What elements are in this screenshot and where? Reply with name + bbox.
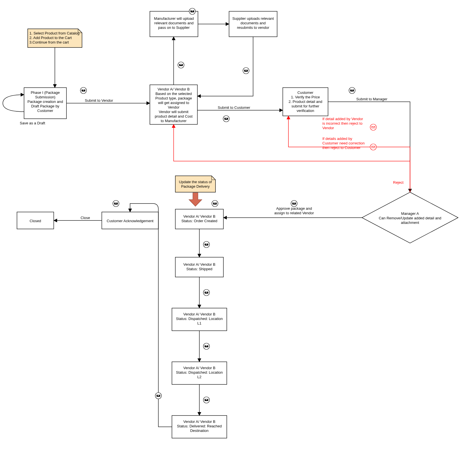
svg-text:relevant documents and: relevant documents and (154, 21, 194, 25)
label-reject-customer-l3: then reject to Customer (322, 146, 361, 150)
svg-text:Based on the selected: Based on the selected (156, 92, 192, 96)
label-submit-manager: Submit to Manager (356, 97, 388, 101)
svg-text:Status: Shipped: Status: Shipped (186, 267, 212, 271)
svg-text:Closed: Closed (30, 219, 41, 223)
node-supplier: Supplier uploads relevant documents and … (229, 11, 277, 37)
svg-text:Submission): Submission) (35, 95, 55, 99)
svg-text:Destination: Destination (190, 429, 208, 433)
label-reject: Reject (393, 180, 404, 185)
svg-text:Vendor: Vendor (168, 105, 180, 109)
svg-text:Vendor A/ Vendor B: Vendor A/ Vendor B (183, 262, 215, 267)
svg-text:Package Delivery: Package Delivery (181, 184, 210, 189)
label-approve-l1: Approve package and (276, 206, 312, 211)
label-reject-vendor-l2: is incorrect then reject to (322, 121, 363, 126)
svg-text:Product type, package: Product type, package (155, 96, 192, 100)
svg-text:will get assigned to: will get assigned to (158, 101, 189, 105)
svg-text:3.Continue from the cart: 3.Continue from the cart (29, 40, 69, 44)
flow-diagram: 1. Select Product from Catalog 2. Add Pr… (0, 0, 468, 476)
svg-text:Can Remove/Update added detail: Can Remove/Update added detail and (379, 216, 441, 220)
node-customer-ack: Customer Acknowledgement (102, 212, 158, 229)
node-manufacturer: Manufacturer will upload relevant docume… (150, 11, 198, 37)
svg-text:verification: verification (297, 109, 314, 113)
svg-text:Vendor A/ Vendor B: Vendor A/ Vendor B (183, 366, 215, 370)
svg-text:Status: Dispatched: Location: Status: Dispatched: Location (176, 370, 223, 375)
svg-text:Vendor A/ Vendor B: Vendor A/ Vendor B (183, 214, 215, 218)
svg-text:Vendor will submit: Vendor will submit (159, 110, 189, 114)
edge-save-draft (3, 95, 24, 112)
label-approve-l2: assign to related Vendor (274, 211, 314, 215)
label-close: Close (81, 216, 90, 220)
svg-text:Status: Delivered: Reached: Status: Delivered: Reached (177, 424, 222, 428)
svg-text:1. Select Product from Catalog: 1. Select Product from Catalog (29, 31, 79, 35)
mail-icon (243, 68, 249, 74)
mail-icon (349, 87, 355, 94)
svg-text:Customer: Customer (297, 90, 314, 95)
edge-reject-customer (288, 116, 410, 192)
node-closed: Closed (17, 212, 54, 229)
svg-text:submit for further: submit for further (292, 104, 320, 108)
svg-text:Phase I (Package: Phase I (Package (31, 90, 60, 95)
note-update-status: Update the status of Package Delivery (175, 176, 215, 192)
mail-icon (80, 87, 87, 94)
edge-supplier-to-vendor (197, 37, 253, 96)
label-reject-customer-l1: If details added by (322, 137, 352, 141)
edge-delivered-to-ack (130, 204, 172, 427)
svg-text:Manufacturer will upload: Manufacturer will upload (154, 16, 194, 21)
mail-icon (291, 200, 297, 207)
svg-text:1. Verify the Price: 1. Verify the Price (291, 95, 320, 99)
svg-text:documents and: documents and (241, 21, 266, 25)
mail-icon (203, 343, 210, 349)
svg-text:Vendor A/ Vendor B: Vendor A/ Vendor B (158, 87, 189, 91)
node-dispatched-l2: Vendor A/ Vendor B Status: Dispatched: L… (172, 362, 227, 384)
node-manager: Manager A Can Remove/Update added detail… (362, 192, 458, 243)
svg-text:attachment: attachment (401, 220, 419, 225)
svg-text:to Manufacturer: to Manufacturer (161, 119, 187, 123)
mail-icon (203, 289, 210, 296)
mail-icon (203, 241, 210, 248)
note-catalog: 1. Select Product from Catalog 2. Add Pr… (28, 29, 82, 47)
svg-text:Customer Acknowledgement: Customer Acknowledgement (107, 219, 154, 223)
svg-text:Update the status of: Update the status of (179, 180, 212, 184)
svg-text:L2: L2 (197, 375, 201, 379)
svg-text:Draft Package by: Draft Package by (31, 104, 59, 108)
svg-text:Manager A: Manager A (401, 211, 419, 216)
mail-icon (155, 393, 161, 399)
svg-text:Customer: Customer (37, 109, 53, 113)
node-delivered: Vendor A/ Vendor B Status: Delivered: Re… (172, 416, 227, 438)
node-dispatched-l1: Vendor A/ Vendor B Status: Dispatched: L… (172, 308, 227, 331)
mail-icon (212, 200, 218, 207)
svg-text:Vendor A/ Vendor B: Vendor A/ Vendor B (183, 419, 215, 424)
svg-text:pass on to Supplier: pass on to Supplier (158, 25, 190, 30)
big-arrow-icon (189, 193, 202, 206)
svg-text:2. Product detail and: 2. Product detail and (288, 99, 322, 104)
svg-text:Supplier uploads relevant: Supplier uploads relevant (232, 16, 274, 21)
svg-text:2. Add Product to the Cart: 2. Add Product to the Cart (29, 36, 72, 40)
svg-text:Vendor A/ Vendor B: Vendor A/ Vendor B (183, 312, 215, 316)
label-reject-vendor-l3: Vendor (322, 126, 334, 130)
label-reject-vendor-l1: If detail added by Vendor (322, 117, 363, 121)
mail-icon (178, 62, 184, 68)
mail-icon (189, 8, 195, 14)
mail-icon (203, 397, 210, 403)
node-customer: Customer 1. Verify the Price 2. Product … (283, 88, 328, 116)
svg-text:resubmits to vendor: resubmits to vendor (237, 25, 269, 30)
svg-text:Status: Order Created: Status: Order Created (181, 219, 217, 223)
label-submit-customer: Submit to Customer (218, 105, 251, 110)
label-submit-vendor: Submit to Vendor (85, 98, 113, 103)
node-phase1: Phase I (Package Submission) Package cre… (24, 88, 66, 119)
svg-text:Status: Dispatched: Location: Status: Dispatched: Location (176, 317, 223, 321)
mail-icon (223, 116, 229, 122)
svg-text:Package creation and: Package creation and (27, 99, 63, 104)
svg-text:L1: L1 (197, 321, 201, 325)
mail-icon (113, 200, 119, 207)
label-reject-customer-l2: Customer need correction (322, 141, 365, 145)
label-save-draft: Save as a Draft (20, 121, 45, 125)
mail-icon-red (370, 144, 376, 150)
svg-text:product detail and Cost: product detail and Cost (155, 114, 193, 118)
node-vendor-assign: Vendor A/ Vendor B Based on the selected… (150, 85, 197, 124)
node-shipped: Vendor A/ Vendor B Status: Shipped (175, 257, 223, 277)
node-order-created: Vendor A/ Vendor B Status: Order Created (175, 209, 223, 229)
mail-icon-red (370, 124, 376, 130)
